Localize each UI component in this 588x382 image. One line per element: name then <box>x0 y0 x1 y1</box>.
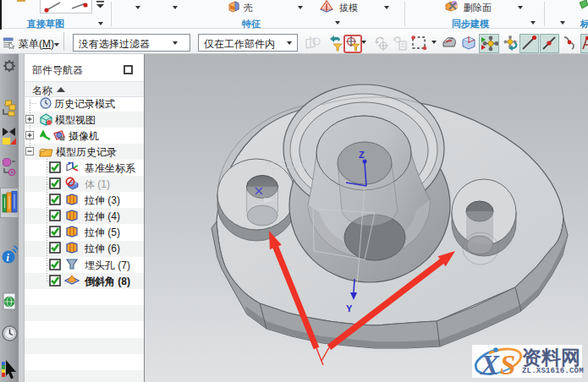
svg-text:Z: Z <box>359 150 365 160</box>
svg-text:S: S <box>500 350 515 378</box>
svg-text:Y: Y <box>346 303 353 314</box>
svg-text:X: X <box>480 350 500 378</box>
